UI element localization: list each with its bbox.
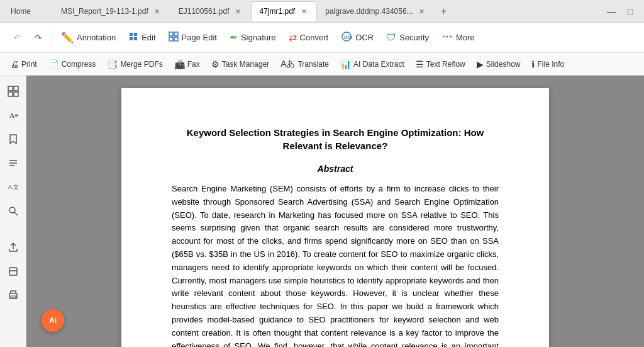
sidebar-protect[interactable]: [3, 261, 24, 282]
edit-label: Edit: [142, 33, 155, 42]
sidebar-bookmarks[interactable]: [3, 128, 24, 150]
ai-badge[interactable]: Ai: [42, 309, 64, 332]
compress-button[interactable]: 📄 Compress: [43, 57, 101, 72]
text-reflow-button[interactable]: ☰ Text Reflow: [411, 57, 470, 72]
svg-rect-13: [8, 86, 13, 91]
security-label: Security: [399, 33, 429, 42]
sidebar-share[interactable]: [3, 237, 24, 258]
more-button[interactable]: More: [436, 28, 480, 48]
compress-icon: 📄: [48, 59, 59, 69]
tab-msi-close[interactable]: ✕: [152, 6, 162, 16]
sidebar-comments[interactable]: [3, 152, 24, 174]
tab-palgrave[interactable]: palgrave.dddmp.434056... ✕: [317, 1, 435, 21]
merge-button[interactable]: 📑 Merge PDFs: [102, 57, 167, 72]
svg-rect-3: [134, 37, 137, 40]
svg-rect-1: [134, 33, 137, 36]
redo-button[interactable]: ↷: [29, 28, 48, 47]
tab-home[interactable]: Home: [3, 1, 53, 21]
svg-rect-16: [14, 92, 18, 96]
tab-msi[interactable]: MSI_Report_19-113-1.pdf ✕: [53, 1, 170, 21]
svg-rect-14: [14, 86, 18, 91]
sep1: [52, 29, 52, 47]
tab-bar: Home MSI_Report_19-113-1.pdf ✕ EJ1100561…: [0, 0, 644, 23]
page-edit-button[interactable]: Page Edit: [164, 28, 222, 47]
window-controls: — □: [602, 3, 644, 20]
sidebar-text[interactable]: A≡: [3, 105, 24, 126]
more-icon: [441, 31, 453, 45]
signature-label: Signature: [241, 33, 276, 42]
text-reflow-label: Text Reflow: [426, 60, 465, 69]
tab-47jmr-close[interactable]: ✕: [299, 6, 309, 16]
print-button[interactable]: 🖨 Print: [5, 57, 42, 72]
svg-point-23: [9, 207, 15, 213]
tab-msi-label: MSI_Report_19-113-1.pdf: [61, 7, 148, 16]
tab-47jmr[interactable]: 47jmr1.pdf ✕: [252, 1, 318, 21]
compress-label: Compress: [62, 60, 96, 69]
toolbar1: ↶ ↷ ✏️ Annotation Edit Page Edit ✒ Signa…: [0, 23, 644, 53]
pdf-body: Search Engine Marketing (SEM) consists o…: [172, 183, 499, 347]
edit-icon: [128, 31, 138, 44]
convert-button[interactable]: ⇄ Convert: [284, 28, 334, 47]
sidebar-search[interactable]: [3, 200, 24, 222]
annotation-button[interactable]: ✏️ Annotation: [56, 28, 121, 47]
ocr-button[interactable]: OCR OCR: [336, 28, 379, 48]
svg-text:A≡: A≡: [9, 111, 18, 119]
security-button[interactable]: 🛡 Security: [381, 29, 434, 47]
minimize-button[interactable]: —: [602, 3, 620, 20]
tab-ej-label: EJ1100561.pdf: [179, 7, 230, 16]
tab-palgrave-close[interactable]: ✕: [417, 6, 427, 16]
print-icon: 🖨: [10, 59, 19, 69]
sidebar-translate[interactable]: A文: [3, 176, 24, 198]
translate-button[interactable]: Aあ Translate: [275, 56, 334, 72]
file-info-label: File Info: [537, 60, 564, 69]
svg-rect-11: [447, 35, 448, 37]
tab-ej[interactable]: EJ1100561.pdf ✕: [170, 1, 252, 21]
slideshow-icon: ▶: [477, 59, 484, 69]
file-info-button[interactable]: ℹ File Info: [526, 57, 569, 72]
annotation-label: Annotation: [77, 33, 116, 42]
signature-icon: ✒: [230, 31, 238, 43]
file-info-icon: ℹ: [531, 59, 535, 69]
pdf-area[interactable]: Keyword Selection Strategies in Search E…: [26, 76, 644, 347]
slideshow-button[interactable]: ▶ Slideshow: [472, 57, 526, 72]
signature-button[interactable]: ✒ Signature: [225, 28, 281, 47]
main-area: A≡ A文 Keyword Selection Strategies in Se…: [0, 76, 644, 347]
sidebar: A≡ A文: [0, 76, 26, 347]
fax-button[interactable]: 📠 Fax: [169, 57, 205, 72]
page-edit-icon: [169, 31, 179, 44]
edit-button[interactable]: Edit: [123, 28, 160, 47]
slideshow-label: Slideshow: [486, 60, 521, 69]
ocr-label: OCR: [355, 33, 374, 42]
ocr-icon: OCR: [341, 31, 352, 45]
ai-data-icon: 📊: [340, 59, 351, 69]
tab-47jmr-label: 47jmr1.pdf: [260, 7, 296, 16]
tab-ej-close[interactable]: ✕: [233, 6, 243, 16]
merge-icon: 📑: [107, 59, 118, 69]
undo-button[interactable]: ↶: [8, 28, 26, 47]
convert-icon: ⇄: [289, 31, 297, 43]
translate-icon: Aあ: [280, 59, 295, 70]
annotation-icon: ✏️: [61, 31, 74, 43]
svg-rect-15: [8, 92, 13, 96]
pdf-title: Keyword Selection Strategies in Search E…: [172, 126, 499, 152]
svg-rect-7: [174, 37, 178, 41]
svg-text:文: 文: [13, 184, 19, 190]
task-manager-button[interactable]: ⚙ Task Manager: [206, 57, 274, 72]
svg-rect-0: [130, 33, 133, 36]
print-label: Print: [21, 60, 37, 69]
ai-data-label: AI Data Extract: [353, 60, 404, 69]
ai-data-button[interactable]: 📊 AI Data Extract: [335, 57, 409, 72]
task-label: Task Manager: [222, 60, 269, 69]
sidebar-thumbnails[interactable]: [3, 81, 24, 102]
tab-add-button[interactable]: +: [435, 3, 453, 20]
svg-text:A: A: [8, 184, 12, 190]
sidebar-print[interactable]: [3, 285, 24, 306]
pdf-abstract-label: Abstract: [172, 164, 499, 174]
security-icon: 🛡: [386, 32, 396, 43]
maximize-button[interactable]: □: [621, 3, 639, 20]
merge-label: Merge PDFs: [120, 60, 162, 69]
svg-line-24: [14, 212, 18, 215]
svg-rect-25: [9, 268, 17, 275]
svg-rect-12: [450, 35, 452, 37]
text-reflow-icon: ☰: [416, 59, 424, 69]
